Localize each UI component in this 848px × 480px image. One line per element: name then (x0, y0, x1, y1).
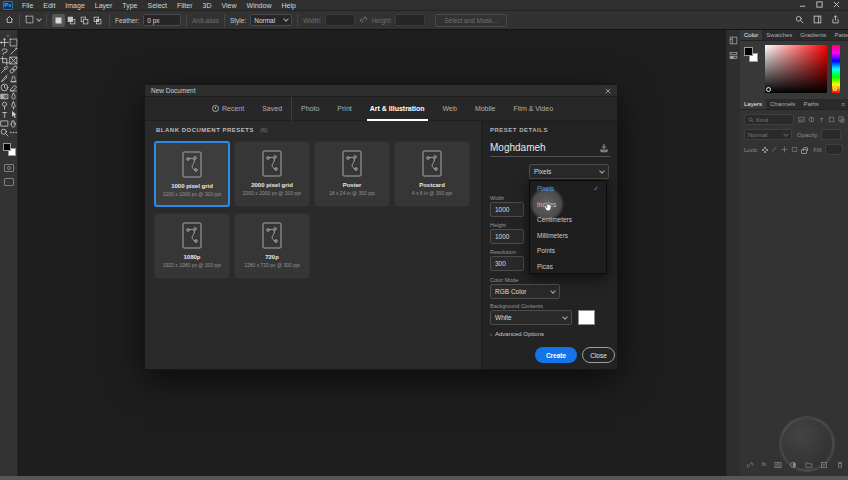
zoom-tool-icon[interactable] (0, 128, 9, 137)
select-and-mask-button[interactable]: Select and Mask... (435, 14, 506, 27)
tab-channels[interactable]: Channels (766, 99, 799, 109)
add-to-selection-button[interactable] (65, 14, 78, 27)
home-icon[interactable] (5, 15, 14, 25)
filter-shape-icon[interactable] (828, 116, 835, 124)
menu-help[interactable]: Help (276, 0, 300, 11)
width-input[interactable]: 1000 (490, 202, 524, 217)
quick-mask-button[interactable] (4, 164, 14, 172)
menu-file[interactable]: File (17, 0, 38, 11)
dodge-tool-icon[interactable] (0, 101, 9, 110)
preset-card-postcard[interactable]: Postcard 4 x 6 in @ 300 ppi (394, 141, 470, 207)
feather-input[interactable]: 0 px (143, 14, 181, 26)
tab-recent[interactable]: Recent (203, 97, 253, 121)
frame-tool-icon[interactable] (9, 56, 18, 65)
document-name-input[interactable]: Moghdameh (490, 139, 610, 157)
search-icon[interactable] (795, 15, 804, 25)
rectangle-tool-icon[interactable] (0, 119, 9, 128)
tab-film-video[interactable]: Film & Video (505, 97, 563, 121)
layer-effects-icon[interactable]: fx (762, 461, 767, 467)
minimize-icon[interactable] (799, 1, 806, 9)
hue-handle[interactable] (833, 87, 837, 91)
tab-art-illustration[interactable]: Art & Illustration (361, 97, 434, 121)
history-panel-icon[interactable] (727, 36, 740, 45)
lock-paint-icon[interactable] (771, 146, 778, 154)
collapse-toolbar-icon[interactable]: » (0, 30, 17, 38)
tab-saved[interactable]: Saved (253, 97, 292, 121)
path-selection-tool-icon[interactable] (9, 110, 18, 119)
lock-transparency-icon[interactable] (762, 147, 768, 153)
screen-mode-button[interactable] (4, 178, 14, 186)
menu-type[interactable]: Type (117, 0, 142, 11)
menu-edit[interactable]: Edit (38, 0, 60, 11)
unit-option-picas[interactable]: Picas (530, 259, 606, 275)
libraries-panel-icon[interactable] (727, 51, 740, 60)
lock-all-icon[interactable] (801, 149, 807, 154)
background-contents-select[interactable]: White (490, 310, 572, 325)
tab-web[interactable]: Web (434, 97, 466, 121)
unit-option-points[interactable]: Points (530, 243, 606, 259)
link-dimensions-icon[interactable] (359, 15, 368, 25)
style-select[interactable]: Normal (250, 14, 292, 26)
tab-swatches[interactable]: Swatches (762, 30, 796, 40)
lock-move-icon[interactable] (781, 146, 788, 154)
edit-toolbar-icon[interactable] (9, 128, 18, 137)
crop-tool-icon[interactable] (0, 56, 9, 65)
clone-stamp-tool-icon[interactable] (9, 74, 18, 83)
background-color-swatch[interactable] (578, 310, 595, 325)
create-button[interactable]: Create (535, 347, 577, 363)
foreground-color-swatch[interactable] (744, 47, 753, 56)
height-input[interactable]: 1000 (490, 229, 524, 244)
workspace-icon[interactable] (813, 15, 822, 25)
tab-paths[interactable]: Paths (799, 99, 822, 109)
menu-window[interactable]: Window (242, 0, 277, 11)
eraser-tool-icon[interactable] (9, 83, 18, 92)
color-mode-select[interactable]: RGB Color (490, 284, 560, 299)
link-layers-icon[interactable] (746, 455, 754, 473)
tab-gradients[interactable]: Gradients (796, 30, 830, 40)
marquee-tool-preset-icon[interactable] (25, 15, 34, 25)
delete-layer-icon[interactable] (836, 455, 844, 473)
eyedropper-tool-icon[interactable] (0, 65, 9, 74)
fill-input[interactable] (825, 144, 843, 155)
lasso-tool-icon[interactable] (0, 47, 9, 56)
history-brush-tool-icon[interactable] (0, 83, 9, 92)
tab-color[interactable]: Color (740, 30, 762, 40)
tab-print[interactable]: Print (328, 97, 360, 121)
dialog-close-icon[interactable] (605, 88, 611, 94)
share-icon[interactable] (831, 15, 840, 25)
close-icon[interactable] (833, 1, 840, 9)
unit-select[interactable]: Pixels (529, 164, 609, 179)
blend-mode-select[interactable]: Normal (744, 129, 792, 140)
resolution-input[interactable]: 300 (490, 256, 524, 271)
panel-menu-icon[interactable]: ≡ (841, 99, 848, 109)
layer-mask-icon[interactable] (774, 455, 782, 473)
blur-tool-icon[interactable] (9, 92, 18, 101)
menu-layer[interactable]: Layer (90, 0, 118, 11)
saturation-brightness-field[interactable] (765, 45, 827, 93)
hue-slider[interactable] (832, 45, 840, 93)
close-button[interactable]: Close (582, 347, 615, 363)
intersect-selection-button[interactable] (91, 14, 104, 27)
preset-card-2000-pixel-grid[interactable]: 2000 pixel grid 2000 x 2000 px @ 300 ppi (234, 141, 310, 207)
menu-filter[interactable]: Filter (172, 0, 198, 11)
type-tool-icon[interactable]: T (0, 110, 9, 119)
filter-smart-object-icon[interactable] (838, 116, 845, 124)
rectangular-marquee-tool-icon[interactable] (9, 38, 18, 47)
tab-photo[interactable]: Photo (292, 97, 328, 121)
healing-brush-tool-icon[interactable] (9, 65, 18, 74)
anti-alias-checkbox[interactable]: Anti-alias (192, 17, 219, 24)
filter-image-icon[interactable] (798, 116, 805, 124)
preset-card-1000-pixel-grid[interactable]: 1000 pixel grid 1000 x 1000 px @ 300 ppi (154, 141, 230, 207)
menu-select[interactable]: Select (143, 0, 172, 11)
new-selection-button[interactable] (52, 14, 65, 27)
preset-card-1080p[interactable]: 1080p 1920 x 1080 px @ 300 ppi (154, 213, 230, 279)
preset-card-poster[interactable]: Poster 18 x 24 in @ 300 ppi (314, 141, 390, 207)
menu-3d[interactable]: 3D (198, 0, 217, 11)
quick-selection-tool-icon[interactable] (9, 47, 18, 56)
tab-patterns[interactable]: Patterns (830, 30, 848, 40)
pen-tool-icon[interactable] (9, 101, 18, 110)
advanced-options-toggle[interactable]: ›Advanced Options (490, 331, 544, 337)
menu-view[interactable]: View (217, 0, 242, 11)
subtract-from-selection-button[interactable] (78, 14, 91, 27)
foreground-color-swatch[interactable] (3, 143, 11, 151)
